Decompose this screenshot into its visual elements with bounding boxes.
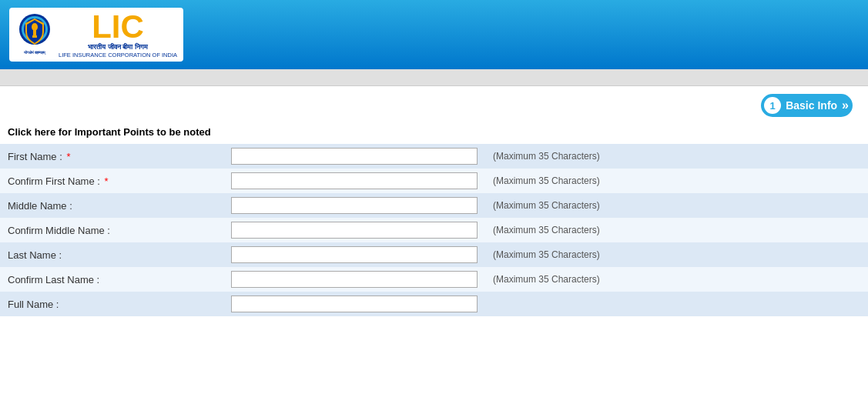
field-hint: (Maximum 35 Characters) xyxy=(485,193,868,218)
step-badge: 1 Basic Info » xyxy=(761,94,853,117)
field-hint xyxy=(485,292,868,316)
form-row: Full Name : xyxy=(0,292,868,316)
field-label: Confirm Last Name : xyxy=(0,267,223,292)
english-name: LIFE INSURANCE CORPORATION OF INDIA xyxy=(59,52,177,58)
logo-text: LIC भारतीय जीवन बीमा निगम LIFE INSURANCE… xyxy=(59,11,177,58)
field-label: Middle Name : xyxy=(0,193,223,218)
form-row: Confirm Middle Name :(Maximum 35 Charact… xyxy=(0,218,868,242)
field-label: First Name : * xyxy=(0,144,223,169)
text-input[interactable] xyxy=(231,296,478,312)
form-row: Confirm Last Name :(Maximum 35 Character… xyxy=(0,267,868,292)
field-input-cell xyxy=(223,267,485,292)
field-hint: (Maximum 35 Characters) xyxy=(485,242,868,267)
field-input-cell xyxy=(223,292,485,316)
field-hint: (Maximum 35 Characters) xyxy=(485,169,868,193)
lic-emblem: योगक्षेमं वहाम्यहम् xyxy=(15,12,54,58)
field-hint: (Maximum 35 Characters) xyxy=(485,267,868,292)
field-label: Confirm First Name : * xyxy=(0,169,223,193)
field-label: Confirm Middle Name : xyxy=(0,218,223,242)
logo-container: योगक्षेमं वहाम्यहम् LIC भारतीय जीवन बीमा… xyxy=(9,8,183,62)
field-input-cell xyxy=(223,242,485,267)
step-area: 1 Basic Info » xyxy=(0,86,868,123)
step-arrows-icon: » xyxy=(842,98,846,112)
field-input-cell xyxy=(223,169,485,193)
header: योगक्षेमं वहाम्यहम् LIC भारतीय जीवन बीमा… xyxy=(0,0,868,69)
lic-brand: LIC xyxy=(92,11,144,43)
text-input[interactable] xyxy=(231,271,478,288)
form-row: First Name : *(Maximum 35 Characters) xyxy=(0,144,868,169)
text-input[interactable] xyxy=(231,197,478,214)
registration-form: First Name : *(Maximum 35 Characters)Con… xyxy=(0,144,868,316)
field-hint: (Maximum 35 Characters) xyxy=(485,144,868,169)
required-star: * xyxy=(102,175,109,187)
field-input-cell xyxy=(223,193,485,218)
hindi-name: भारतीय जीवन बीमा निगम xyxy=(88,43,148,52)
text-input[interactable] xyxy=(231,222,478,239)
field-input-cell xyxy=(223,144,485,169)
form-row: Confirm First Name : *(Maximum 35 Charac… xyxy=(0,169,868,193)
field-input-cell xyxy=(223,218,485,242)
form-row: Last Name :(Maximum 35 Characters) xyxy=(0,242,868,267)
svg-rect-5 xyxy=(32,35,37,38)
field-label: Full Name : xyxy=(0,292,223,316)
svg-text:योगक्षेमं वहाम्यहम्: योगक्षेमं वहाम्यहम् xyxy=(23,50,46,55)
text-input[interactable] xyxy=(231,246,478,263)
important-points-area: Click here for Important Points to be no… xyxy=(0,123,868,144)
step-label: Basic Info xyxy=(786,99,837,112)
main-content: 1 Basic Info » Click here for Important … xyxy=(0,86,868,394)
svg-point-4 xyxy=(32,23,38,31)
text-input[interactable] xyxy=(231,172,478,189)
nav-bar xyxy=(0,69,868,86)
required-star: * xyxy=(64,151,71,162)
field-label: Last Name : xyxy=(0,242,223,267)
important-points-link[interactable]: Click here for Important Points to be no… xyxy=(8,126,211,138)
text-input[interactable] xyxy=(231,148,478,165)
step-number: 1 xyxy=(764,97,781,114)
field-hint: (Maximum 35 Characters) xyxy=(485,218,868,242)
form-row: Middle Name :(Maximum 35 Characters) xyxy=(0,193,868,218)
